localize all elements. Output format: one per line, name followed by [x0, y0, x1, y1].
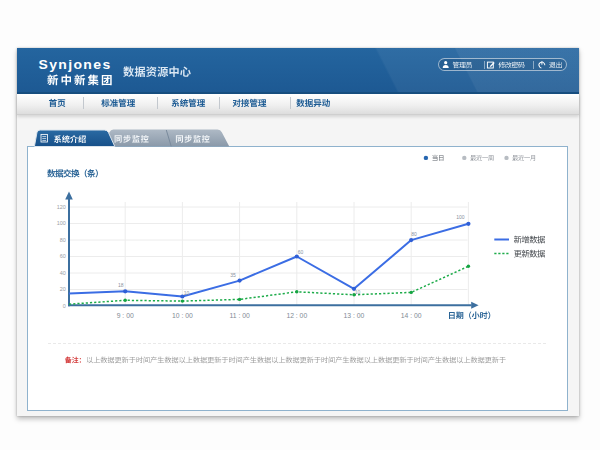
- svg-text:12 : 00: 12 : 00: [286, 312, 307, 319]
- svg-text:35: 35: [230, 272, 236, 278]
- svg-text:18: 18: [118, 282, 124, 288]
- svg-text:60: 60: [298, 249, 304, 255]
- svg-text:10 : 00: 10 : 00: [172, 312, 193, 319]
- svg-text:80: 80: [60, 237, 66, 243]
- svg-text:60: 60: [60, 253, 66, 259]
- svg-text:0: 0: [63, 303, 66, 309]
- svg-text:80: 80: [411, 231, 417, 237]
- svg-text:13 : 00: 13 : 00: [344, 312, 365, 319]
- svg-text:120: 120: [57, 204, 66, 210]
- svg-text:40: 40: [60, 270, 66, 276]
- svg-text:100: 100: [57, 220, 66, 226]
- svg-text:11 : 00: 11 : 00: [229, 312, 250, 319]
- svg-text:20: 20: [60, 286, 66, 292]
- svg-text:10: 10: [184, 290, 190, 296]
- svg-text:14 : 00: 14 : 00: [401, 312, 422, 319]
- svg-text:9 : 00: 9 : 00: [117, 312, 134, 319]
- svg-text:10: 10: [355, 289, 361, 295]
- svg-text:100: 100: [456, 214, 465, 220]
